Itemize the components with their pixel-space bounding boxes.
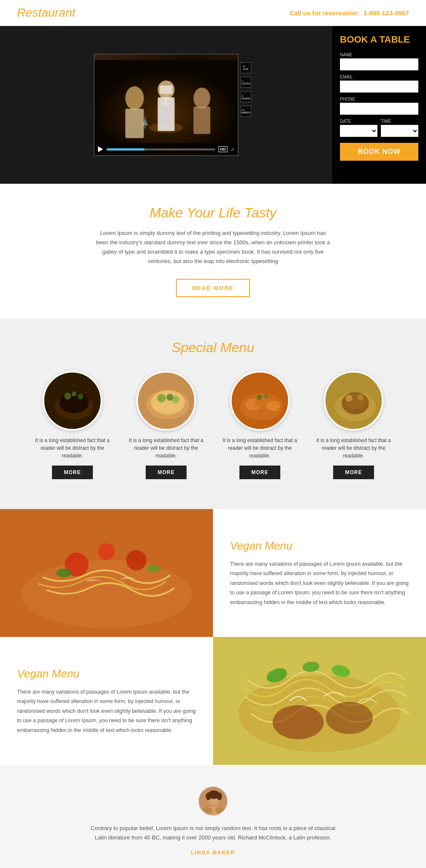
svg-point-42: [126, 550, 147, 570]
play-button[interactable]: [98, 146, 103, 152]
vegan-content-2: Vegan Menu There are many variations of …: [0, 637, 213, 765]
svg-rect-10: [160, 86, 173, 94]
progress-bar[interactable]: [106, 148, 215, 150]
special-menu-section: Special Menu It is a long established fa…: [0, 318, 426, 509]
svg-point-48: [273, 705, 324, 739]
phone-input[interactable]: [340, 103, 418, 115]
more-btn-2[interactable]: MORE: [146, 466, 187, 479]
svg-point-32: [264, 394, 268, 398]
share-button[interactable]: ⇪SHARE: [240, 91, 251, 102]
date-time-row: DATE TIME: [340, 119, 418, 137]
progress-fill: [106, 148, 144, 150]
more-btn-3[interactable]: MORE: [239, 466, 280, 479]
vegan-section-2: Vegan Menu There are many variations of …: [0, 637, 426, 765]
menu-circle-1: [43, 371, 102, 431]
vegan-text-1: There are many variations of passages of…: [230, 559, 409, 608]
logo-r: R: [17, 6, 26, 19]
name-input[interactable]: [340, 58, 418, 70]
svg-point-19: [78, 393, 83, 399]
menu-circle-4: [324, 371, 383, 431]
site-logo: Restaurant: [17, 6, 75, 20]
svg-point-11: [193, 87, 210, 108]
testimonial-name: LINDA BAKER: [17, 850, 409, 856]
menu-desc-2: It is a long established fact that a rea…: [128, 437, 204, 460]
svg-rect-9: [158, 97, 175, 131]
listen-button[interactable]: ♫LISTEN: [240, 77, 251, 88]
food-image-1: [44, 373, 102, 431]
date-label: DATE: [340, 119, 377, 124]
time-label: TIME: [381, 119, 418, 124]
logo-text: estaurant: [26, 6, 75, 19]
video-player[interactable]: HD ⤢: [94, 54, 239, 156]
svg-point-45: [147, 565, 160, 573]
menu-circle-3: [230, 371, 290, 431]
name-field-group: NAME: [340, 52, 418, 70]
svg-point-49: [326, 702, 373, 734]
svg-rect-13: [145, 125, 146, 129]
email-label: EMAIL: [340, 75, 418, 79]
video-controls[interactable]: HD ⤢: [95, 143, 238, 155]
phone-label: PHONE: [340, 97, 418, 101]
special-heading-rest: Menu: [220, 340, 254, 355]
svg-rect-7: [125, 109, 144, 138]
special-heading-italic: Special: [172, 340, 216, 355]
tasty-body: Lorem Ipsum is simply dummy text of the …: [94, 229, 332, 266]
food-image-3: [232, 373, 290, 431]
date-select[interactable]: [340, 125, 377, 137]
special-menu-heading: Special Menu: [17, 340, 409, 356]
menu-desc-4: It is a long established fact that a rea…: [315, 437, 392, 460]
email-input[interactable]: [340, 81, 418, 93]
menu-circle-2: [136, 371, 196, 431]
reservation-label: Call us for reservation:: [290, 9, 359, 17]
testimonial-quote: Contrary to popular belief, Lorem Ipsum …: [89, 824, 337, 842]
book-form: BOOK A TABLE NAME EMAIL PHONE DATE TIME: [332, 26, 426, 184]
svg-point-44: [56, 569, 72, 577]
tasty-heading-rest: Your Life Tasty: [187, 205, 276, 220]
time-group: TIME: [381, 119, 418, 137]
date-group: DATE: [340, 119, 377, 137]
name-label: NAME: [340, 52, 418, 57]
phone-field-group: PHONE: [340, 97, 418, 115]
video-scene: [95, 60, 238, 150]
svg-point-38: [357, 394, 363, 400]
email-field-group: EMAIL: [340, 75, 418, 93]
book-title: BOOK A TABLE: [340, 35, 418, 45]
svg-point-57: [217, 793, 222, 800]
svg-point-6: [125, 87, 144, 110]
menu-item: It is a long established fact that a rea…: [315, 371, 392, 479]
avatar-svg: [199, 787, 228, 816]
hd-badge: HD: [219, 146, 227, 152]
fullscreen-icon[interactable]: ⤢: [231, 147, 234, 152]
svg-point-37: [345, 395, 352, 402]
vegan-title-rest-2: Menu: [52, 667, 79, 680]
food-image-4: [325, 373, 383, 431]
svg-point-31: [257, 395, 262, 400]
svg-point-22: [151, 391, 185, 414]
menu-item: It is a long established fact that a rea…: [128, 371, 204, 479]
book-now-button[interactable]: BOOK NOW: [340, 143, 418, 161]
video-area: HD ⤢ ♥LIKE ♫LISTEN ⇪SHARE </>EMBED: [0, 26, 332, 184]
like-button[interactable]: ♥LIKE: [240, 62, 251, 73]
hero-section: HD ⤢ ♥LIKE ♫LISTEN ⇪SHARE </>EMBED BOOK …: [0, 26, 426, 184]
svg-point-59: [202, 807, 213, 814]
reservation-info: Call us for reservation: 1-800-123-4567: [290, 9, 409, 17]
menu-item: It is a long established fact that a rea…: [34, 371, 111, 479]
more-btn-1[interactable]: MORE: [52, 466, 93, 479]
svg-rect-12: [193, 107, 210, 134]
vegan-row-1: Vegan Menu There are many variations of …: [0, 509, 426, 637]
time-select[interactable]: [381, 125, 418, 137]
embed-button[interactable]: </>EMBED: [240, 106, 251, 117]
menu-desc-3: It is a long established fact that a rea…: [222, 437, 298, 460]
site-header: Restaurant Call us for reservation: 1-80…: [0, 0, 426, 26]
svg-point-56: [206, 793, 211, 800]
more-btn-4[interactable]: MORE: [333, 466, 374, 479]
tasty-section: Make Your Life Tasty Lorem Ipsum is simp…: [0, 184, 426, 318]
food-image-2: [138, 373, 196, 431]
vegan-title-rest-1: Menu: [265, 539, 292, 552]
vegan-food-svg-2: [213, 637, 426, 765]
svg-point-43: [98, 543, 115, 560]
vegan-title-1: Vegan Menu: [230, 539, 409, 553]
vegan-image-1: [0, 509, 213, 637]
read-more-button[interactable]: READ MORE: [176, 279, 250, 297]
vegan-food-svg-1: [0, 509, 213, 637]
